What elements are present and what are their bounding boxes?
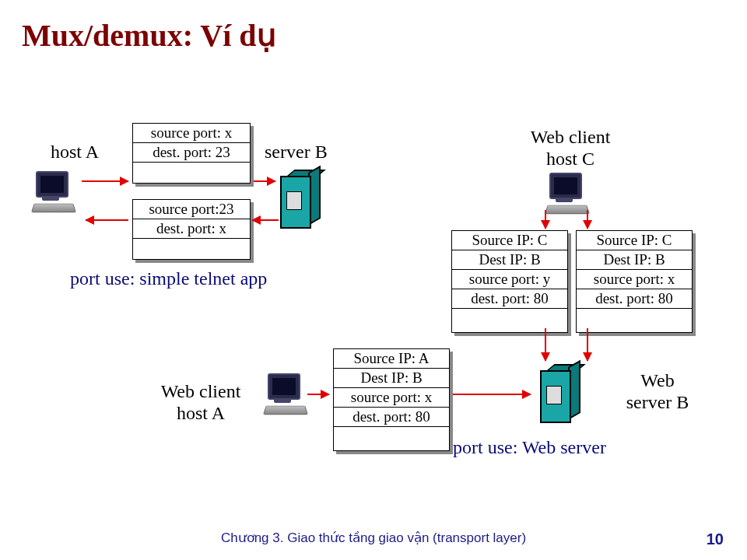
arrow-left-icon [252,219,279,221]
packet-5: Source IP: A Dest IP: B source port: x d… [333,348,450,451]
label-web-client-a-2: host A [146,403,255,424]
packet-row: Source IP: C [452,231,567,250]
caption-telnet: port use: simple telnet app [70,268,267,289]
label-server-b: server B [265,142,328,163]
packet-4: Source IP: C Dest IP: B source port: x d… [576,230,693,333]
arrow-right-icon [307,394,329,395]
packet-row: dest. port: x [133,219,250,239]
packet-row: source port:23 [133,200,250,219]
label-web-client-a-1: Web client [146,381,255,402]
arrow-down-icon [587,210,588,229]
arrow-right-icon [453,394,531,395]
arrow-down-icon [545,328,546,361]
caption-web: port use: Web server [453,437,606,458]
host-a2-icon [263,373,307,414]
packet-row: source port: y [452,270,567,289]
packet-row: Source IP: A [334,349,449,369]
host-c-icon [545,173,588,213]
packet-row: dest. port: 23 [133,143,250,163]
packet-row: source port: x [577,270,692,289]
arrow-right-icon [82,180,128,182]
packet-row: dest. port: 80 [452,289,567,309]
packet-row: source port: x [133,124,250,143]
label-web-client-c-1: Web client [512,127,629,148]
label-web-server-b-1: Web [615,370,700,391]
label-host-a: host A [51,142,99,163]
packet-row: Source IP: C [577,231,692,250]
slide-title: Mux/demux: Ví dụ [22,17,276,54]
server-b-icon [280,170,319,229]
packet-row: Dest IP: B [452,250,567,270]
packet-row: dest. port: 80 [334,408,449,427]
arrow-right-icon [254,180,275,182]
packet-2: source port:23 dest. port: x [132,199,251,260]
packet-row: Dest IP: B [577,250,692,270]
label-web-server-b-2: server B [615,392,700,413]
arrow-left-icon [86,219,128,221]
web-server-b-icon [540,364,579,423]
label-web-client-c-2: host C [512,149,629,170]
packet-row: Dest IP: B [334,369,449,388]
host-a-icon [31,171,75,212]
packet-1: source port: x dest. port: 23 [132,123,251,184]
footer-text: Chương 3. Giao thức tầng giao vận (trans… [0,530,747,546]
packet-3: Source IP: C Dest IP: B source port: y d… [451,230,568,333]
page-number: 10 [707,530,724,548]
packet-row: dest. port: 80 [577,289,692,309]
arrow-down-icon [587,328,588,361]
packet-row: source port: x [334,388,449,408]
arrow-down-icon [545,210,546,229]
